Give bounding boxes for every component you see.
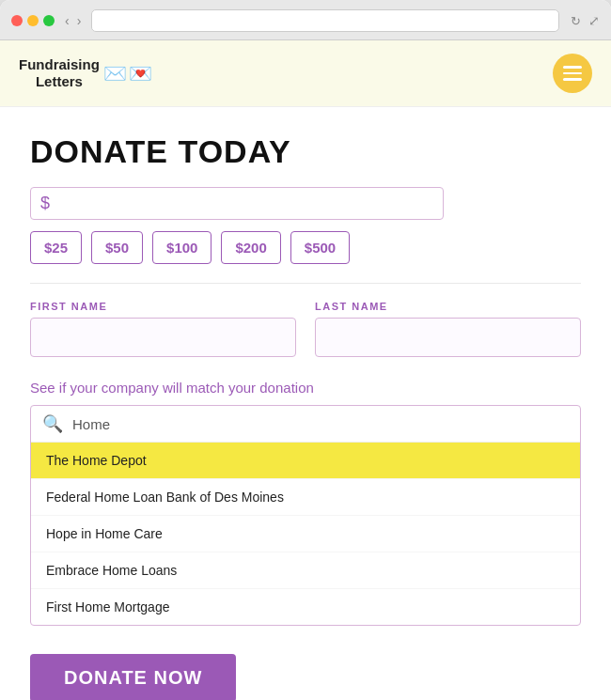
preset-200[interactable]: $200 [221,231,280,264]
first-name-group: FIRST NAME [30,301,296,357]
preset-50[interactable]: $50 [91,231,143,264]
traffic-light-red[interactable] [11,15,23,26]
company-dropdown: The Home Depot Federal Home Loan Bank of… [31,443,580,625]
address-bar[interactable] [91,9,559,32]
nav-buttons: ‹ › [62,13,84,28]
reload-button[interactable]: ↻ [571,14,581,28]
amount-input[interactable] [57,195,433,212]
browser-chrome: ‹ › ↻ ⤢ [0,0,611,40]
company-item-4[interactable]: First Home Mortgage [31,589,580,625]
company-search-container: 🔍 The Home Depot Federal Home Loan Bank … [30,405,581,626]
last-name-input[interactable] [315,318,581,357]
preset-100[interactable]: $100 [152,231,212,264]
main-content: DONATE TODAY $ $25 $50 $100 $200 $500 FI… [0,107,611,700]
company-item-3[interactable]: Embrace Home Loans [31,552,580,589]
preset-25[interactable]: $25 [30,231,82,264]
back-button[interactable]: ‹ [62,13,72,28]
page-title: DONATE TODAY [30,133,581,170]
last-name-group: LAST NAME [315,301,581,357]
logo-area: Fundraising Letters ✉️ 💌 [19,56,152,90]
logo-icons: ✉️ 💌 [103,62,152,85]
forward-button[interactable]: › [74,13,85,28]
traffic-lights [11,15,55,26]
preset-500[interactable]: $500 [290,231,350,264]
donate-now-button[interactable]: DONATE NOW [30,654,236,700]
last-name-label: LAST NAME [315,301,581,312]
hamburger-line-1 [563,66,582,69]
traffic-light-yellow[interactable] [27,15,39,26]
search-icon: 🔍 [42,413,63,434]
first-name-input[interactable] [30,318,296,357]
company-search-row: 🔍 [31,406,580,443]
dollar-sign: $ [40,194,50,213]
browser-window: ‹ › ↻ ⤢ Fundraising Letters ✉️ 💌 [0,0,611,700]
company-match-section: See if your company will match your dona… [30,380,581,626]
site-header: Fundraising Letters ✉️ 💌 [0,40,611,107]
logo-text: Fundraising Letters [19,56,100,90]
envelope-icons: ✉️ 💌 [103,62,152,85]
hamburger-line-3 [563,78,582,81]
section-divider [30,283,581,284]
expand-button[interactable]: ⤢ [588,13,600,28]
company-item-0[interactable]: The Home Depot [31,443,580,479]
hamburger-line-2 [563,72,582,75]
preset-amounts: $25 $50 $100 $200 $500 [30,231,581,264]
company-search-input[interactable] [72,416,569,432]
company-item-1[interactable]: Federal Home Loan Bank of Des Moines [31,479,580,516]
match-label: See if your company will match your dona… [30,380,581,396]
amount-input-row: $ [30,187,444,220]
envelope-icon-1: ✉️ [103,62,127,85]
hamburger-menu-button[interactable] [553,54,592,93]
first-name-label: FIRST NAME [30,301,296,312]
envelope-icon-2: 💌 [129,62,152,85]
name-fields-row: FIRST NAME LAST NAME [30,301,581,357]
company-item-2[interactable]: Hope in Home Care [31,516,580,552]
traffic-light-green[interactable] [43,15,55,26]
